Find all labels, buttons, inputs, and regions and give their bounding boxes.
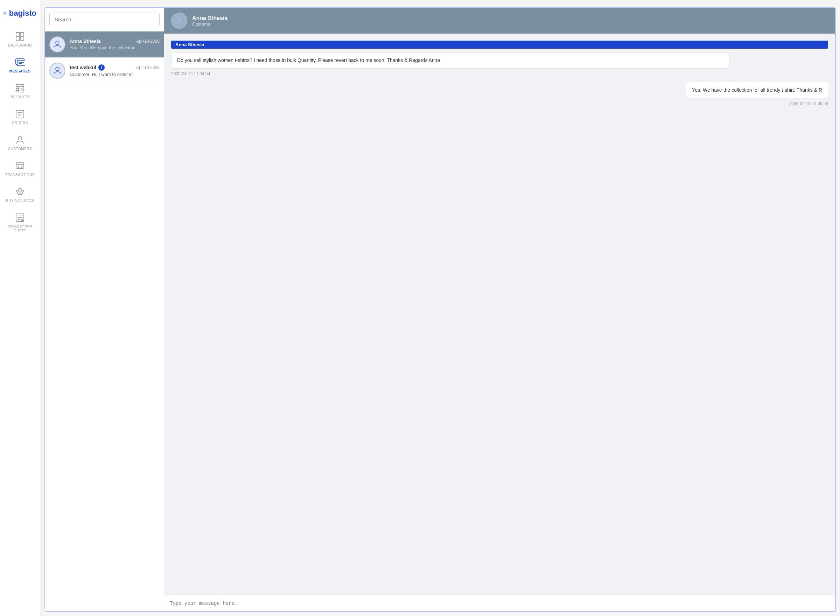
customers-icon [15, 135, 25, 145]
message-time-1: 2020-04-19 11:04:54 [171, 71, 828, 76]
search-input[interactable] [49, 13, 160, 26]
svg-rect-5 [16, 37, 20, 40]
chat-panel: Anna Sthesia Apr-19-2020 You: Yes, We ha… [44, 7, 836, 612]
message-group-1: Anna Sthesia Do you sell stylish women t… [171, 41, 828, 76]
conversation-item-2[interactable]: test webkul 1 Apr-19-2020 Customer: Hi, … [45, 58, 164, 84]
sidebar-item-transactions[interactable]: TRANSACTIONS [0, 156, 40, 182]
svg-point-22 [18, 136, 22, 140]
chat-header-info: Anna Sthesia Customer [192, 15, 227, 26]
messages-label: MESSAGES [9, 69, 31, 73]
conv-info-2: test webkul 1 Apr-19-2020 Customer: Hi, … [70, 65, 160, 77]
sidebar-item-orders[interactable]: ORDERS [0, 104, 40, 130]
logo-icon [3, 7, 6, 20]
transactions-icon [15, 161, 25, 171]
products-icon [15, 83, 25, 93]
conv-preview-1: You: Yes, We have the collection [70, 45, 160, 50]
conversation-item-1[interactable]: Anna Sthesia Apr-19-2020 You: Yes, We ha… [45, 31, 164, 58]
search-container [45, 8, 164, 31]
avatar-webkul [49, 63, 66, 79]
sidebar-item-messages[interactable]: MESSAGES [0, 53, 40, 78]
messages-icon [15, 57, 25, 67]
chat-messages: Anna Sthesia Do you sell stylish women t… [164, 34, 835, 595]
message-bubble-2: Yes, We have the collection for all tren… [686, 82, 828, 98]
conv-date-2: Apr-19-2020 [136, 65, 160, 70]
person-icon-anna [53, 40, 62, 49]
chat-header-name: Anna Sthesia [192, 15, 227, 21]
svg-rect-4 [20, 32, 24, 36]
conv-name-2: test webkul [70, 65, 96, 70]
logo-area: bagisto [0, 3, 40, 26]
chat-input-area [164, 595, 835, 611]
sidebar-item-products[interactable]: PRODUCTS [0, 78, 40, 104]
chat-area: Anna Sthesia Customer Anna Sthesia Do yo… [164, 8, 835, 611]
svg-rect-2 [4, 13, 5, 13]
person-icon-webkul [53, 66, 62, 76]
buying-leads-label: BUYING LEADS [6, 199, 34, 203]
sidebar: bagisto DASHBOARD MESSAGES [0, 0, 40, 616]
orders-icon [15, 109, 25, 119]
sidebar-item-dashboard[interactable]: DASHBOARD [0, 26, 40, 53]
svg-rect-23 [16, 163, 24, 168]
rfq-icon [15, 213, 25, 223]
conversation-list: Anna Sthesia Apr-19-2020 You: Yes, We ha… [45, 8, 164, 611]
main-content: Anna Sthesia Apr-19-2020 You: Yes, We ha… [40, 0, 840, 616]
sidebar-item-rfq[interactable]: REQUEST FOR QUOTE [0, 208, 40, 237]
message-bubble-1: Do you sell stylish women t-shirts? I ne… [171, 52, 729, 69]
svg-rect-17 [20, 88, 23, 91]
svg-point-25 [16, 190, 18, 192]
avatar-anna [49, 37, 66, 53]
dashboard-label: DASHBOARD [8, 43, 32, 48]
conv-top-2: test webkul 1 Apr-19-2020 [70, 65, 160, 71]
dashboard-icon [15, 31, 25, 41]
svg-point-34 [177, 17, 181, 21]
svg-point-33 [56, 67, 59, 71]
chat-header-avatar [171, 13, 187, 29]
products-label: PRODUCTS [9, 95, 31, 100]
svg-point-32 [56, 41, 59, 44]
conv-preview-2: Customer: Hi, I want to order in [70, 72, 160, 77]
conv-date-1: Apr-19-2020 [136, 39, 160, 44]
message-group-2: Yes, We have the collection for all tren… [171, 82, 828, 106]
svg-point-24 [19, 188, 21, 191]
svg-point-26 [22, 190, 24, 192]
sidebar-item-customers[interactable]: CUSTOMERS [0, 130, 40, 156]
chat-header-role: Customer [192, 21, 227, 26]
customers-label: CUSTOMERS [8, 147, 32, 151]
conv-info-1: Anna Sthesia Apr-19-2020 You: Yes, We ha… [70, 38, 160, 50]
message-input[interactable] [170, 601, 830, 606]
sidebar-item-buying-leads[interactable]: BUYING LEADS [0, 182, 40, 208]
header-person-icon [174, 16, 184, 26]
app-logo-text: bagisto [9, 9, 37, 18]
buying-leads-icon [15, 187, 25, 197]
svg-rect-6 [20, 37, 24, 40]
orders-label: ORDERS [12, 121, 28, 125]
unread-badge-2: 1 [98, 65, 105, 71]
svg-rect-8 [17, 60, 25, 66]
conv-top-1: Anna Sthesia Apr-19-2020 [70, 38, 160, 44]
message-time-2: 2020-04-19 11:06:29 [789, 101, 828, 106]
rfq-label: REQUEST FOR QUOTE [3, 225, 37, 232]
sender-badge-1: Anna Sthesia [171, 41, 828, 48]
chat-header: Anna Sthesia Customer [164, 8, 835, 34]
conv-name-1: Anna Sthesia [70, 38, 101, 44]
svg-rect-3 [16, 32, 20, 36]
transactions-label: TRANSACTIONS [5, 173, 35, 177]
